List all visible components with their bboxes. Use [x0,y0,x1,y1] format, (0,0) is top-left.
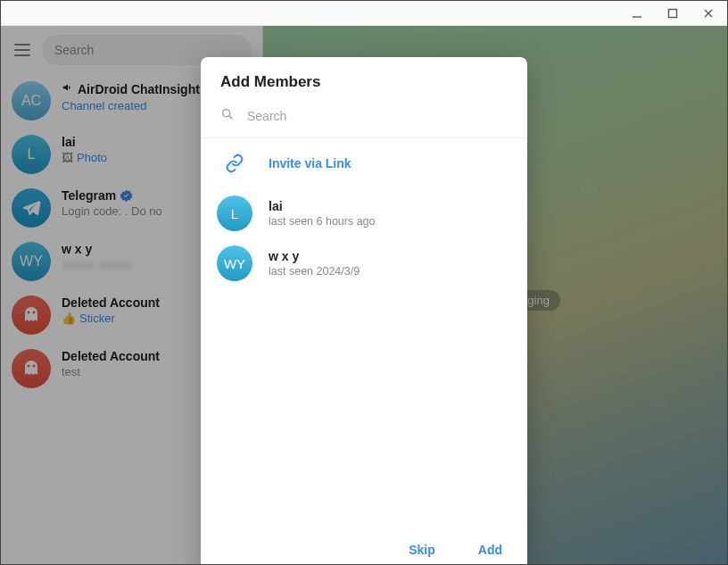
window-minimize-button[interactable] [629,5,645,21]
avatar: L [217,195,252,231]
add-button[interactable]: Add [473,539,508,561]
invite-link-label: Invite via Link [269,156,352,170]
contact-name: w x y [269,249,360,263]
contact-status: last seen 6 hours ago [269,215,376,228]
window-titlebar [1,1,727,26]
skip-button[interactable]: Skip [403,539,441,561]
dialog-search-row [201,100,527,138]
contact-row-lai[interactable]: L lai last seen 6 hours ago [201,188,527,238]
search-icon [220,107,235,125]
link-icon [217,145,252,181]
window-close-button[interactable] [700,5,716,21]
svg-rect-0 [669,9,677,17]
dialog-title: Add Members [201,57,527,100]
svg-point-1 [223,110,230,117]
invite-via-link-row[interactable]: Invite via Link [201,138,527,188]
dialog-button-row: Skip Add [201,525,527,564]
contact-row-wxy[interactable]: WY w x y last seen 2024/3/9 [201,238,527,288]
contact-name: lai [269,199,376,213]
add-members-dialog: Add Members Invite via Link [201,57,527,564]
dialog-contact-list: Invite via Link L lai last seen 6 hours … [201,138,527,525]
app-body: Search AC AirDroid ChatInsight [1,26,727,564]
contact-status: last seen 2024/3/9 [269,265,360,278]
dialog-search-input[interactable] [247,109,508,123]
window-maximize-button[interactable] [665,5,681,21]
app-window: Search AC AirDroid ChatInsight [0,0,728,565]
avatar: WY [217,245,252,281]
